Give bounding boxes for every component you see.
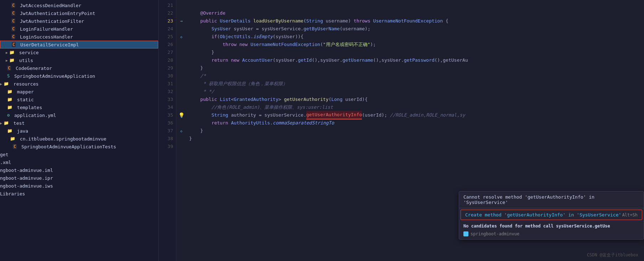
code-token: getUsername [343, 56, 373, 64]
tree-label: cn.itbluebox.springbootadminvue [20, 136, 107, 142]
tree-item-ipr[interactable]: ngboot-adminvue.ipr [0, 174, 158, 182]
code-token [370, 17, 373, 25]
tree-item-get[interactable]: get [0, 150, 158, 158]
tree-label: resources [14, 81, 38, 87]
code-token: //ROLE_admin,ROLE_normal,sy [390, 111, 465, 119]
tree-item-xml[interactable]: .xml [0, 158, 158, 166]
tree-item-JwtAuthenticationFilter[interactable]: C JwtAuthenticationFilter [0, 17, 158, 25]
tree-item-UserDetailServiceImpl[interactable]: C UserDetailServiceImpl [0, 41, 158, 48]
gutter-cell [176, 1, 186, 9]
code-token: getId [298, 56, 312, 64]
tooltip-create-method-action[interactable]: Create method 'getUserAuthorityInfo' in … [461, 210, 642, 220]
tooltip-source: springboot-adminvue [459, 230, 644, 239]
code-token: userId){ [343, 96, 368, 103]
code-token: throws [354, 17, 370, 25]
code-token: @Override [200, 9, 225, 17]
gutter-cell [176, 72, 186, 80]
source-icon [463, 231, 468, 236]
code-token [189, 17, 200, 25]
code-token [248, 41, 250, 48]
code-line: @Override [189, 9, 644, 17]
code-token: return [212, 56, 228, 64]
code-token: (sysUser)){ [273, 33, 303, 41]
code-line: throw new UsernameNotFoundException ( "用… [189, 41, 644, 48]
code-token: } [189, 127, 203, 135]
class-icon: C [13, 144, 17, 149]
code-token: getUserAuthority [284, 96, 328, 103]
code-token [189, 119, 212, 127]
code-token: (),sysUser. [373, 56, 404, 64]
code-token: return [212, 119, 228, 127]
code-token: sysUser = sysUserService. [231, 25, 303, 33]
code-token: * */ [189, 88, 214, 96]
tree-item-LoginFailureHandler[interactable]: C LoginFailureHandler [0, 25, 158, 33]
code-token: if [212, 33, 217, 41]
tree-item-mapper[interactable]: 📁 mapper [0, 88, 158, 96]
code-token: throw [223, 41, 237, 48]
editor-gutter: → ◇ 💡 ◇ [176, 0, 186, 261]
code-line: String authority = sysUserService. getUs… [189, 111, 644, 119]
gutter-cell [176, 143, 186, 150]
tree-item-java[interactable]: 📁 java [0, 127, 158, 135]
code-line: return new AccountUser (sysUser. getId (… [189, 56, 644, 64]
code-token [189, 9, 200, 17]
tree-item-iml[interactable]: ngboot-adminvue.iml [0, 166, 158, 174]
code-line [189, 143, 644, 150]
code-token: } [189, 64, 203, 72]
tree-item-JwtAccessDeniedHandler[interactable]: C JwtAccessDeniedHandler [0, 1, 158, 9]
tree-item-application-yml[interactable]: ⚙ application.yml [0, 111, 158, 119]
tree-item-service[interactable]: ▶ 📁 service [0, 48, 158, 56]
line-num: 29 [159, 64, 173, 72]
code-token: /* [189, 72, 206, 80]
tree-label: UserDetailServiceImpl [20, 42, 79, 47]
tree-label: JwtAccessDeniedHandler [20, 3, 81, 8]
tree-item-CodeGenerator[interactable]: C CodeGenerator [0, 64, 158, 72]
tree-label: Libraries [0, 191, 25, 196]
code-line [189, 1, 644, 9]
tree-item-iws[interactable]: ngboot-adminvue.iws [0, 182, 158, 190]
tree-item-utils[interactable]: ▶ 📁 utils [0, 56, 158, 64]
tree-item-SpringbootAdminvueApplicationTests[interactable]: C SpringbootAdminvueApplicationTests [0, 143, 158, 150]
code-line: /* [189, 72, 644, 80]
tree-item-SpringbootAdminvueApplication[interactable]: S SpringbootAdminvueApplication [0, 72, 158, 80]
tree-item-libraries[interactable]: Libraries [0, 190, 158, 198]
no-candidates-text: No candidates found for method call [463, 224, 556, 229]
tooltip-error-text: Cannot resolve method 'getUserAuthorityI… [459, 191, 644, 208]
error-tooltip: Cannot resolve method 'getUserAuthorityI… [459, 191, 644, 240]
code-token: new [231, 56, 239, 64]
expand-icon: ▶ [6, 58, 8, 62]
tree-label: application.yml [14, 113, 56, 118]
tree-item-resources[interactable]: ▶ 📁 resources [0, 80, 158, 88]
line-num: 33 [159, 96, 173, 103]
tree-item-LoginSuccessHandler[interactable]: C LoginSuccessHandler [0, 33, 158, 41]
code-token: authority = sysUserService. [228, 111, 306, 119]
gutter-cell [176, 135, 186, 143]
folder-icon: 📁 [4, 81, 9, 86]
code-token: isEmpty [253, 33, 273, 41]
code-token: public [200, 17, 217, 25]
code-token [228, 56, 231, 64]
tree-item-cn-pkg[interactable]: 📁 cn.itbluebox.springbootadminvue [0, 135, 158, 143]
line-num: 38 [159, 135, 173, 143]
gutter-breakpoint: ◇ [176, 33, 186, 41]
gutter-cell [176, 80, 186, 88]
tree-item-test[interactable]: ▶ 📁 test [0, 119, 158, 127]
code-token: commaSeparatedStringTo [273, 119, 334, 127]
code-line: return AuthorityUtils . commaSeparatedSt… [189, 119, 644, 127]
line-num: 26 [159, 41, 173, 48]
tree-item-templates[interactable]: 📁 templates [0, 103, 158, 111]
tree-label: get [0, 152, 8, 157]
expand-icon: ▶ [0, 82, 2, 86]
code-token: UserDetails [220, 17, 250, 25]
code-token [217, 17, 220, 25]
code-token: AuthorityUtils [231, 119, 270, 127]
folder-icon: 📁 [7, 89, 12, 94]
folder-icon: 📁 [7, 97, 12, 102]
tree-item-static[interactable]: 📁 static [0, 96, 158, 103]
tree-item-JwtAuthenticationEntryPoint[interactable]: C JwtAuthenticationEntryPoint [0, 9, 158, 17]
yml-icon: ⚙ [7, 113, 10, 118]
code-token [189, 33, 212, 41]
code-token [239, 56, 242, 64]
line-num: 25 [159, 33, 173, 41]
watermark-text: CSDN @蓝盒子itbluebox [587, 252, 638, 257]
